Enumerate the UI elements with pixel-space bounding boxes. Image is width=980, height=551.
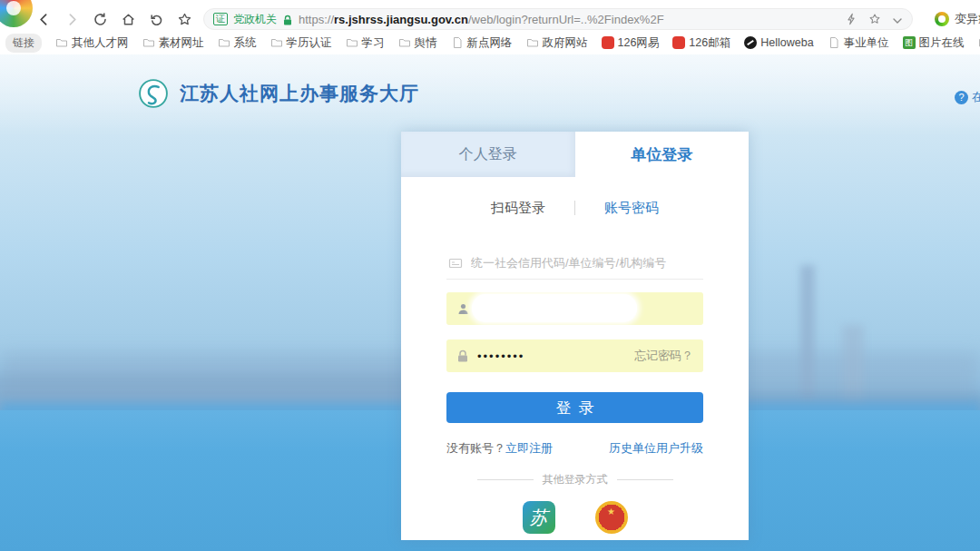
folder-icon	[218, 36, 230, 49]
bookmark-star-icon[interactable]	[177, 12, 192, 27]
tab-personal-login[interactable]: 个人登录	[401, 132, 575, 177]
national-emblem-icon[interactable]	[595, 501, 628, 534]
online-help[interactable]: ? 在	[955, 89, 980, 105]
login-tabs: 个人登录 单位登录	[401, 132, 749, 177]
login-form: •••••••• 忘记密码？ 登录 没有账号？立即注册 历史单位用户升级 其他登…	[401, 247, 749, 534]
login-button[interactable]: 登录	[446, 392, 703, 423]
bookmark-folder[interactable]: 学历认证	[270, 35, 332, 51]
image-tool-icon: 图	[903, 36, 916, 49]
other-login-divider: 其他登录方式	[446, 472, 703, 487]
site-type-label: 党政机关	[233, 12, 277, 27]
credit-code-field[interactable]	[446, 247, 703, 280]
bookmark-page[interactable]: 事业单位	[828, 35, 889, 51]
folder-icon	[526, 36, 539, 49]
bookmark-folder[interactable]: 素材网址	[142, 35, 204, 51]
undo-icon[interactable]	[149, 12, 164, 27]
subtab-scan-login[interactable]: 扫码登录	[491, 200, 545, 217]
login-card: 个人登录 单位登录 扫码登录 账号密码 •	[401, 132, 749, 540]
bookmark-page[interactable]: 新点网络	[451, 35, 513, 51]
url-text: https://rs.jshrss.jiangsu.gov.cn/web/log…	[299, 13, 664, 26]
legacy-upgrade-link[interactable]: 历史单位用户升级	[609, 440, 703, 457]
id-card-icon	[448, 256, 463, 271]
register-link[interactable]: 立即注册	[505, 441, 553, 455]
refresh-icon[interactable]	[93, 12, 108, 27]
bookmark-folder[interactable]: 舆情	[398, 35, 437, 51]
page-icon	[451, 36, 464, 49]
bookmark-folder[interactable]: 其他人才网	[55, 35, 129, 51]
cert-badge: 证	[213, 13, 228, 25]
helloweba-icon	[744, 36, 757, 49]
folder-icon	[270, 36, 283, 49]
mail-126-icon	[672, 36, 685, 49]
divider-line	[477, 479, 534, 480]
bookmark-folder[interactable]: 政府网站	[526, 35, 588, 51]
back-icon[interactable]	[36, 12, 52, 27]
folder-icon	[142, 36, 155, 49]
browser-toolbar: 证 党政机关 https://rs.jshrss.jiangsu.gov.cn/…	[0, 7, 980, 31]
bookmarks-bar: 链接 其他人才网 素材网址 系统 学历认证 学习 舆情 新点网络 政府网站 12…	[0, 31, 980, 54]
folder-icon	[55, 36, 68, 49]
help-label: 在	[972, 89, 980, 105]
search-engine-icon	[935, 12, 949, 26]
screenshot-root: { "browser": { "toolbar": { "cert_badge"…	[0, 0, 980, 551]
redaction-overlay	[472, 294, 637, 322]
alt-login-methods: 苏	[446, 501, 703, 534]
bookmark-folder[interactable]: 系统	[218, 35, 257, 51]
page-title: 江苏人社网上办事服务大厅	[180, 81, 419, 106]
forgot-password-link[interactable]: 忘记密码？	[634, 348, 693, 364]
favorite-star-icon[interactable]	[868, 13, 881, 25]
login-subtabs: 扫码登录 账号密码	[401, 199, 749, 217]
chevron-down-icon[interactable]	[892, 14, 903, 25]
jiangsu-gov-app-icon[interactable]: 苏	[523, 501, 555, 534]
other-login-label: 其他登录方式	[543, 472, 608, 487]
account-links: 没有账号？立即注册 历史单位用户升级	[446, 440, 703, 457]
bookmark-links-chip[interactable]: 链接	[5, 34, 42, 53]
hot-search-widget[interactable]: 变异病毒传	[935, 11, 980, 27]
skyline-tower	[800, 265, 815, 401]
hot-search-text[interactable]: 变异病毒传	[955, 11, 980, 27]
no-account-label: 没有账号？	[446, 441, 505, 455]
mail-126-icon	[602, 36, 614, 49]
lock-icon	[456, 349, 469, 363]
password-field[interactable]: •••••••• 忘记密码？	[446, 339, 703, 372]
bookmark-126mail[interactable]: 126网易	[602, 35, 660, 51]
webpage-background: 江苏人社网上办事服务大厅 ? 在 个人登录 单位登录 扫码登录 账号密码	[0, 54, 980, 551]
site-header: 江苏人社网上办事服务大厅	[138, 78, 419, 109]
credit-code-input[interactable]	[471, 256, 698, 270]
register-row: 没有账号？立即注册	[446, 440, 553, 457]
person-icon	[456, 302, 470, 316]
divider-line	[617, 479, 673, 480]
browser-chrome: 证 党政机关 https://rs.jshrss.jiangsu.gov.cn/…	[0, 0, 980, 54]
forward-icon[interactable]	[64, 12, 80, 27]
password-dots[interactable]: ••••••••	[477, 349, 524, 363]
ssl-lock-icon	[282, 14, 293, 25]
page-icon	[828, 36, 840, 49]
folder-icon	[346, 36, 358, 49]
folder-icon	[398, 36, 411, 49]
tab-unit-login[interactable]: 单位登录	[575, 132, 750, 177]
home-icon[interactable]	[121, 12, 136, 27]
jiangsu-hrss-logo-icon	[138, 78, 169, 109]
address-bar[interactable]: 证 党政机关 https://rs.jshrss.jiangsu.gov.cn/…	[203, 8, 913, 30]
username-field[interactable]	[446, 292, 703, 325]
bookmark-image-tool[interactable]: 图图片在线	[903, 35, 965, 51]
bookmark-folder[interactable]: 学习	[346, 35, 385, 51]
question-icon: ?	[955, 91, 968, 104]
bookmark-126mailbox[interactable]: 126邮箱	[672, 35, 730, 51]
subtab-divider	[574, 201, 575, 215]
flash-extension-icon[interactable]	[845, 13, 858, 25]
subtab-account-login[interactable]: 账号密码	[604, 200, 659, 217]
bookmark-helloweba[interactable]: Helloweba	[744, 36, 813, 49]
